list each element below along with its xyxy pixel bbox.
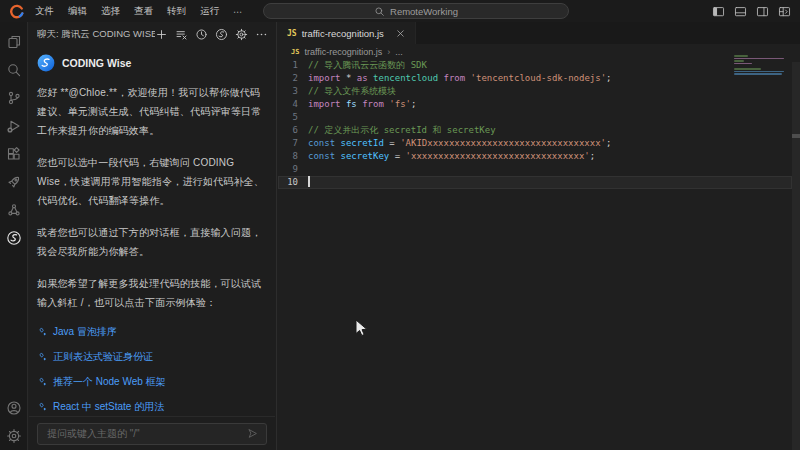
line-content: // 导入文件系统模块 [308,85,396,98]
assistant-message: 您好 **@Chloe.**，欢迎使用！我可以帮你做代码建议、单元测试生成、代码… [37,83,267,312]
coding-wise-icon [6,230,22,246]
menu-item-5[interactable]: 运行 [193,5,226,18]
activitybar-item-explorer[interactable] [0,28,28,56]
line-number: 3 [278,85,308,98]
activitybar-item-search[interactable] [0,56,28,84]
code-line-2[interactable]: 2import * as tencentcloud from 'tencentc… [278,72,792,85]
breadcrumb-file[interactable]: traffic-recognition.js [304,47,382,57]
activitybar-item-account[interactable] [0,394,28,422]
menu-item-0[interactable]: 文件 [28,5,61,18]
menu-item-3[interactable]: 查看 [127,5,160,18]
gear-icon [6,428,22,444]
example-link-2[interactable]: 推荐一个 Node Web 框架 [37,375,267,389]
chat-panel-actions [155,28,268,41]
code-line-7[interactable]: 7const secretId = 'AKIDxxxxxxxxxxxxxxxxx… [278,137,792,150]
send-icon[interactable] [246,427,259,440]
more-icon[interactable] [255,28,268,41]
example-links: Java 冒泡排序正则表达式验证身份证推荐一个 Node Web 框架React… [37,325,267,414]
layout-customize-icon[interactable] [778,5,791,18]
code-line-4[interactable]: 4import fs from 'fs'; [278,98,792,111]
line-content: import * as tencentcloud from 'tencentcl… [308,72,612,85]
layout-sidebar-left-icon[interactable] [712,5,725,18]
chat-messages: CODING Wise 您好 **@Chloe.**，欢迎使用！我可以帮你做代码… [29,46,275,415]
search-value: RemoteWorking [390,6,458,17]
breadcrumb-symbol[interactable]: ... [395,47,403,57]
code-area[interactable]: 1// 导入腾讯云云函数的 SDK2import * as tencentclo… [278,59,792,189]
example-link-0[interactable]: Java 冒泡排序 [37,325,267,339]
assistant-header: CODING Wise [37,54,267,72]
code-line-10[interactable]: 10 [278,176,792,189]
search-icon [374,6,385,17]
activitybar-item-workspace[interactable] [0,196,28,224]
activitybar-item-extensions[interactable] [0,140,28,168]
chat-panel: 聊天: 腾讯云 CODING WISE CODING Wise 您好 **@Ch… [29,22,277,450]
source-control-icon [6,90,22,106]
code-line-9[interactable]: 9 [278,163,792,176]
layout-sidebar-right-icon[interactable] [756,5,769,18]
line-number: 4 [278,98,308,111]
chat-input-box[interactable] [37,423,267,445]
minimap[interactable] [734,55,786,81]
example-link-label: 正则表达式验证身份证 [53,350,153,364]
line-number: 10 [278,176,308,189]
wise-small-icon[interactable] [215,28,228,41]
line-number: 7 [278,137,308,150]
minimap-line [734,60,744,62]
clear-chat-icon[interactable] [175,28,188,41]
code-line-5[interactable]: 5 [278,111,792,124]
example-link-3[interactable]: React 中 setState 的用法 [37,400,267,414]
assistant-name: CODING Wise [62,57,131,69]
tab-bar: JS traffic-recognition.js [278,22,800,44]
activitybar-item-run-and-debug[interactable] [0,112,28,140]
sparkle-icon [37,327,48,338]
layout-panel-bottom-icon[interactable] [734,5,747,18]
history-icon[interactable] [195,28,208,41]
text-cursor [308,176,310,187]
sparkle-icon [37,402,48,413]
example-link-1[interactable]: 正则表达式验证身份证 [37,350,267,364]
new-chat-icon[interactable] [155,28,168,41]
menu-item-6[interactable]: ⋯ [226,6,250,17]
code-line-1[interactable]: 1// 导入腾讯云云函数的 SDK [278,59,792,72]
scrollbar[interactable] [792,62,800,450]
chat-input-bar [29,416,275,450]
code-line-3[interactable]: 3// 导入文件系统模块 [278,85,792,98]
menu-bar: 文件编辑选择查看转到运行⋯ [28,5,250,18]
example-link-label: 推荐一个 Node Web 框架 [53,375,166,389]
account-icon [6,400,22,416]
chat-paragraph-1: 您也可以选中一段代码，右键询问 CODING Wise，快速调用常用智能指令，进… [37,153,267,210]
line-number: 2 [278,72,308,85]
activitybar-item-source-control[interactable] [0,84,28,112]
code-line-8[interactable]: 8const secretKey = 'xxxxxxxxxxxxxxxxxxxx… [278,150,792,163]
js-file-icon: JS [287,29,297,38]
rocket-icon [6,174,22,190]
close-tab-icon[interactable] [395,28,406,39]
activitybar-item-settings[interactable] [0,422,28,450]
minimap-line [734,58,784,60]
editor-group: JS traffic-recognition.js JS traffic-rec… [278,22,800,450]
gear-icon[interactable] [235,28,248,41]
menu-item-4[interactable]: 转到 [160,5,193,18]
command-center-search[interactable]: RemoteWorking [263,3,569,19]
activitybar-item-coding-wise[interactable] [0,224,28,252]
minimap-line [734,63,752,65]
menu-item-2[interactable]: 选择 [94,5,127,18]
extensions-icon [6,146,22,162]
line-content: const secretKey = 'xxxxxxxxxxxxxxxxxxxxx… [308,150,595,163]
breadcrumb-separator: › [387,47,390,57]
chat-input[interactable] [45,427,240,440]
chat-panel-title: 聊天: 腾讯云 CODING WISE [37,28,155,41]
search-icon [6,62,22,78]
menu-item-1[interactable]: 编辑 [61,5,94,18]
titlebar: 文件编辑选择查看转到运行⋯ RemoteWorking [0,0,800,22]
line-number: 1 [278,59,308,72]
tab-traffic-recognition[interactable]: JS traffic-recognition.js [278,22,416,44]
activitybar-item-cloud-studio[interactable] [0,168,28,196]
minimap-line [734,73,782,75]
sparkle-icon [37,377,48,388]
tab-label: traffic-recognition.js [302,28,384,39]
line-content [308,176,310,189]
breadcrumb: JS traffic-recognition.js › ... [278,44,800,59]
coding-logo-icon [9,4,24,19]
code-line-6[interactable]: 6// 定义并出示化 secretId 和 secretKey [278,124,792,137]
